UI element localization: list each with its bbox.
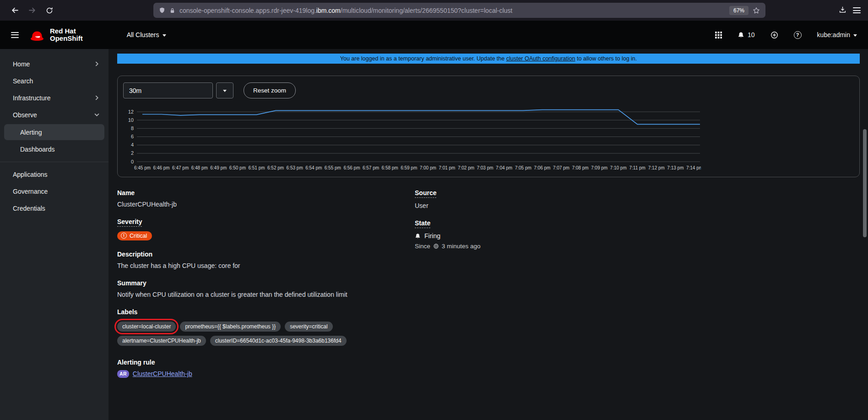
svg-text:6:49 pm: 6:49 pm [210, 165, 227, 170]
label-chip[interactable]: severity=critical [285, 322, 332, 332]
url-subdomain: console-openshift-console.apps.rdr-jeev-… [179, 7, 316, 14]
app-masthead: Red Hat OpenShift All Clusters 10 ? kube… [0, 21, 868, 49]
browser-reload-button[interactable] [42, 3, 57, 18]
timespan-input[interactable]: 30m [123, 82, 213, 98]
svg-text:7:04 pm: 7:04 pm [496, 165, 512, 170]
svg-text:6:48 pm: 6:48 pm [191, 165, 208, 170]
sidebar-item-infrastructure[interactable]: Infrastructure [0, 89, 108, 106]
svg-text:7:10 pm: 7:10 pm [610, 165, 627, 170]
details-left-column: Name ClusterCPUHealth-jb Severity ! Crit… [117, 189, 415, 388]
bell-icon [738, 32, 744, 38]
import-icon[interactable] [839, 6, 846, 15]
svg-text:7:06 pm: 7:06 pm [534, 165, 550, 170]
cluster-selector-dropdown[interactable]: All Clusters [127, 31, 167, 38]
field-alerting-rule: Alerting rule AR ClusterCPUHealth-jb [117, 359, 415, 378]
app-launcher-icon[interactable] [715, 32, 722, 38]
svg-text:6:45 pm: 6:45 pm [134, 165, 151, 170]
brand-line-1: Red Hat [50, 27, 83, 35]
alert-chart[interactable]: 0246810126:45 pm6:46 pm6:47 pm6:48 pm6:4… [123, 104, 701, 172]
severity-value: Critical [130, 233, 147, 239]
field-state: State Firing Since 3 minutes ago [415, 219, 860, 250]
browser-back-button[interactable] [7, 3, 22, 18]
timespan-dropdown-button[interactable] [216, 82, 233, 98]
svg-text:10: 10 [128, 117, 134, 123]
sidebar-item-search[interactable]: Search [0, 72, 108, 89]
alerting-rule-link[interactable]: ClusterCPUHealth-jb [133, 370, 192, 377]
since-value: 3 minutes ago [442, 243, 481, 250]
details-right-column: Source User State Firing Since 3 minut [415, 189, 860, 388]
redhat-hat-icon [29, 29, 45, 41]
create-plus-icon[interactable] [770, 31, 778, 39]
field-name: Name ClusterCPUHealth-jb [117, 189, 415, 208]
chevron-down-icon [853, 34, 857, 37]
field-source: Source User [415, 189, 860, 209]
nav-toggle-icon[interactable] [11, 32, 19, 38]
shield-icon[interactable] [159, 7, 165, 14]
label-chip[interactable]: prometheus={{ $labels.prometheus }} [180, 322, 281, 332]
main-content: You are logged in as a temporary adminis… [108, 49, 868, 420]
vertical-scrollbar-thumb[interactable] [863, 129, 867, 237]
alerting-rule-label: Alerting rule [117, 359, 155, 366]
state-value: Firing [424, 232, 440, 240]
state-label[interactable]: State [415, 219, 430, 228]
svg-text:6:50 pm: 6:50 pm [229, 165, 246, 170]
alert-chart-panel: 30m Reset zoom 0246810126:45 pm6:46 pm6:… [117, 76, 860, 177]
notification-count: 10 [748, 31, 755, 38]
svg-text:7:09 pm: 7:09 pm [591, 165, 608, 170]
label-chip[interactable]: clusterID=66540d1c-ac03-45fa-9498-3b3a6b… [210, 336, 347, 346]
help-icon[interactable]: ? [794, 31, 802, 39]
url-path: /multicloud/monitoring/alerts/2669550150… [341, 7, 512, 14]
brand-text: Red Hat OpenShift [50, 27, 83, 43]
svg-text:2: 2 [131, 150, 134, 156]
sidebar-item-dashboards[interactable]: Dashboards [0, 141, 108, 157]
sidebar-item-home[interactable]: Home [0, 55, 108, 72]
name-value: ClusterCPUHealth-jb [117, 201, 177, 208]
sidebar-item-observe[interactable]: Observe [0, 106, 108, 123]
source-label[interactable]: Source [415, 189, 436, 198]
svg-text:6:53 pm: 6:53 pm [287, 165, 303, 170]
oauth-configuration-link[interactable]: cluster OAuth configuration [506, 55, 575, 62]
chart-area[interactable]: 0246810126:45 pm6:46 pm6:47 pm6:48 pm6:4… [123, 104, 854, 173]
firing-bell-icon [415, 233, 421, 239]
url-domain: ibm.com [316, 7, 341, 14]
description-label: Description [117, 251, 152, 258]
sidebar-item-governance[interactable]: Governance [0, 183, 108, 200]
label-chip[interactable]: cluster=local-cluster [117, 322, 176, 332]
source-value: User [415, 202, 429, 209]
labels-label: Labels [117, 308, 137, 316]
redhat-openshift-logo[interactable]: Red Hat OpenShift [29, 27, 83, 43]
chevron-icon [94, 95, 99, 100]
svg-text:7:03 pm: 7:03 pm [477, 165, 493, 170]
svg-text:7:13 pm: 7:13 pm [667, 165, 684, 170]
notifications-button[interactable]: 10 [738, 31, 755, 38]
browser-menu-icon[interactable] [853, 7, 861, 13]
zoom-level-badge[interactable]: 67% [729, 6, 749, 15]
svg-text:7:12 pm: 7:12 pm [648, 165, 665, 170]
user-menu[interactable]: kube:admin [817, 31, 857, 38]
sidebar-item-applications[interactable]: Applications [0, 166, 108, 183]
label-chip[interactable]: alertname=ClusterCPUHealth-jb [117, 336, 206, 346]
lock-icon[interactable] [169, 7, 175, 14]
chevron-down-icon [163, 34, 166, 37]
sidebar-item-alerting[interactable]: Alerting [4, 124, 104, 140]
browser-forward-button[interactable] [25, 3, 39, 18]
cluster-selector-label: All Clusters [127, 31, 159, 38]
chevron-icon [94, 112, 99, 117]
svg-text:6:52 pm: 6:52 pm [267, 165, 284, 170]
svg-text:6: 6 [131, 134, 134, 139]
sidebar-item-credentials[interactable]: Credentials [0, 200, 108, 217]
svg-text:7:11 pm: 7:11 pm [629, 165, 646, 170]
url-bar[interactable]: console-openshift-console.apps.rdr-jeev-… [153, 3, 765, 18]
browser-toolbar-right [839, 6, 861, 15]
masthead-toolbar: 10 ? kube:admin [715, 31, 857, 39]
chevron-icon [94, 61, 99, 66]
timespan-value: 30m [129, 87, 141, 94]
svg-text:7:07 pm: 7:07 pm [553, 165, 570, 170]
name-label: Name [117, 189, 135, 196]
severity-label[interactable]: Severity [117, 218, 142, 227]
bookmark-star-icon[interactable] [753, 7, 760, 14]
description-value: The cluster has a high CPU usage: core f… [117, 262, 240, 269]
summary-label: Summary [117, 279, 146, 287]
reset-zoom-button[interactable]: Reset zoom [244, 82, 296, 98]
username: kube:admin [817, 31, 850, 38]
